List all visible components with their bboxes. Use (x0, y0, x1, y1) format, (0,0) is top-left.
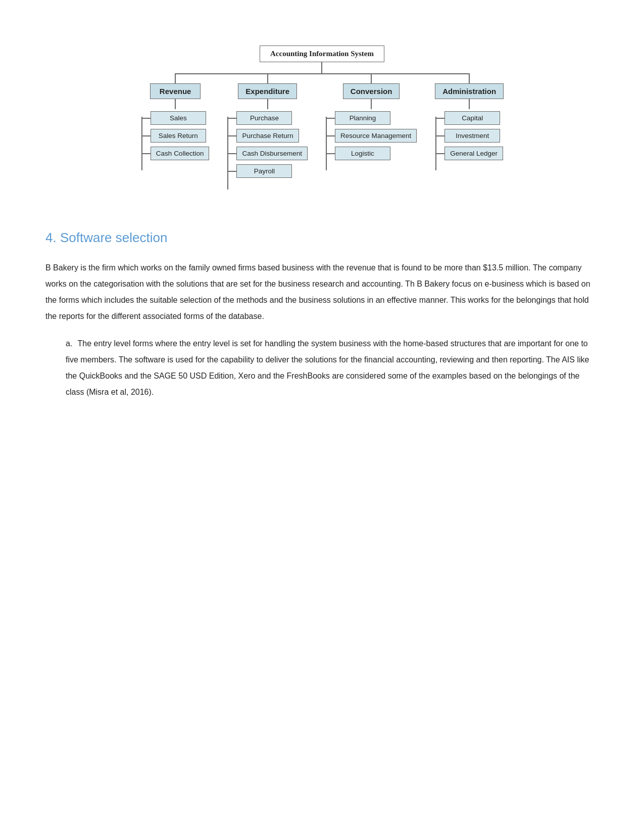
child-box-purchase-return: Purchase Return (236, 129, 299, 143)
child-hline (327, 153, 335, 154)
list-item-a: a. The entry level forms where the entry… (66, 336, 599, 400)
child-row: Sales (142, 111, 210, 125)
child-box-cash-disbursement: Cash Disbursement (236, 147, 308, 160)
child-row: Planning (327, 111, 417, 125)
l1-vdown (175, 73, 176, 83)
child-hline (436, 135, 444, 136)
child-row: Sales Return (142, 129, 210, 143)
l1-box-revenue: Revenue (150, 83, 201, 99)
child-row: Resource Management (327, 129, 417, 143)
child-row: Investment (436, 129, 503, 143)
list-label-a: a. (66, 336, 72, 352)
child-hline (228, 153, 236, 154)
child-hline (436, 118, 444, 119)
l1-hbar (175, 73, 469, 74)
child-hline (327, 135, 335, 136)
child-hline (436, 153, 444, 154)
child-box-purchase: Purchase (236, 111, 292, 125)
child-hline (228, 118, 236, 119)
text-section: 4. Software selection B Bakery is the fi… (45, 230, 599, 400)
child-row: Cash Collection (142, 147, 210, 160)
l1-box-administration: Administration (435, 83, 504, 99)
child-hline (142, 153, 151, 154)
child-box-capital: Capital (444, 111, 500, 125)
child-row: Payroll (228, 164, 308, 178)
l1-box-expenditure: Expenditure (238, 83, 297, 99)
child-box-general-ledger: General Ledger (444, 147, 503, 160)
child-box-sales: Sales (151, 111, 206, 125)
l1-vdown (371, 73, 372, 83)
chart-area: Accounting Information System RevenueSal… (51, 45, 593, 190)
child-box-cash-collection: Cash Collection (151, 147, 210, 160)
child-box-logistic: Logistic (335, 147, 390, 160)
child-row: General Ledger (436, 147, 503, 160)
l1-col-expenditure: ExpenditurePurchasePurchase ReturnCash D… (227, 73, 308, 190)
child-hline (228, 171, 236, 172)
l1-vdown2 (469, 99, 470, 109)
child-row: Capital (436, 111, 503, 125)
l1-box-conversion: Conversion (343, 83, 400, 99)
child-box-investment: Investment (444, 129, 500, 143)
org-wrapper: Accounting Information System RevenueSal… (131, 45, 513, 190)
child-box-sales-return: Sales Return (151, 129, 206, 143)
child-hline (327, 118, 335, 119)
child-row: Cash Disbursement (228, 147, 308, 160)
child-hline (228, 135, 236, 136)
paragraph1: B Bakery is the firm which works on the … (45, 260, 599, 325)
l1-vdown2 (175, 99, 176, 109)
child-hline (142, 118, 151, 119)
child-box-resource-management: Resource Management (335, 129, 417, 143)
l1-col-revenue: RevenueSalesSales ReturnCash Collection (141, 73, 210, 170)
child-box-planning: Planning (335, 111, 390, 125)
l1-col-conversion: ConversionPlanningResource ManagementLog… (326, 73, 417, 170)
root-box: Accounting Information System (260, 45, 384, 62)
l1-vdown2 (371, 99, 372, 109)
l1-vdown (267, 73, 268, 83)
section-heading: 4. Software selection (45, 230, 599, 246)
root-vline (321, 62, 322, 73)
list-a-text: The entry level forms where the entry le… (66, 339, 589, 396)
child-row: Purchase (228, 111, 308, 125)
child-hline (142, 135, 151, 136)
org-chart-section: Accounting Information System RevenueSal… (45, 30, 599, 200)
child-row: Purchase Return (228, 129, 308, 143)
child-box-payroll: Payroll (236, 164, 292, 178)
l1-vdown (469, 73, 470, 83)
l1-vdown2 (267, 99, 268, 109)
child-row: Logistic (327, 147, 417, 160)
l1-col-administration: AdministrationCapitalInvestmentGeneral L… (435, 73, 504, 170)
